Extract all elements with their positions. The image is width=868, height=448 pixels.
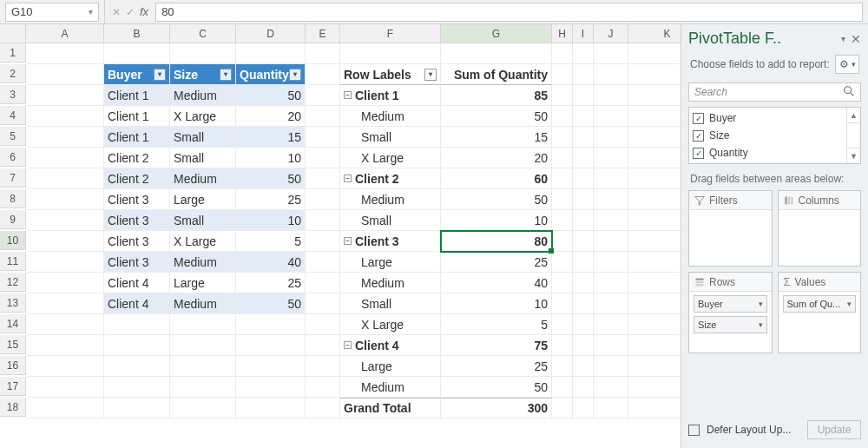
cell[interactable]: 85 xyxy=(441,85,552,106)
field-pill[interactable]: Size▾ xyxy=(694,316,767,333)
cell[interactable] xyxy=(552,127,573,148)
cell[interactable]: Quantity▾ xyxy=(236,64,306,85)
cell[interactable] xyxy=(552,85,573,106)
cell[interactable]: Medium xyxy=(340,106,441,127)
cell[interactable] xyxy=(594,314,628,335)
cell[interactable]: Medium xyxy=(340,189,441,210)
cell[interactable] xyxy=(573,398,594,418)
cell[interactable] xyxy=(628,85,681,106)
cell[interactable] xyxy=(628,293,681,314)
cell[interactable]: Client 4 xyxy=(104,273,170,293)
cell[interactable] xyxy=(26,43,104,64)
cell[interactable] xyxy=(594,106,628,127)
cell[interactable] xyxy=(552,189,573,210)
cell[interactable]: Medium xyxy=(340,377,441,398)
cell[interactable]: 5 xyxy=(236,231,306,252)
cell[interactable] xyxy=(573,210,594,231)
row-header[interactable]: 7 xyxy=(0,168,26,188)
formula-input[interactable]: 80 xyxy=(155,3,863,22)
cell[interactable] xyxy=(573,231,594,252)
cell[interactable] xyxy=(104,377,170,398)
column-header[interactable]: K xyxy=(628,24,681,43)
cell[interactable] xyxy=(628,231,681,252)
filter-dropdown-icon[interactable]: ▾ xyxy=(289,69,301,81)
cell[interactable]: Client 3 xyxy=(104,231,170,252)
cell[interactable] xyxy=(306,189,340,210)
fx-icon[interactable]: fx xyxy=(140,5,148,18)
defer-checkbox[interactable] xyxy=(688,425,700,436)
cell[interactable]: Small xyxy=(170,127,236,148)
cell[interactable] xyxy=(340,43,441,64)
cell[interactable] xyxy=(26,85,104,106)
cell[interactable] xyxy=(26,335,104,356)
cell[interactable] xyxy=(628,210,681,231)
cell[interactable] xyxy=(594,231,628,252)
cell[interactable] xyxy=(594,43,628,64)
cell[interactable] xyxy=(306,252,340,273)
collapse-icon[interactable]: − xyxy=(344,91,352,99)
cell[interactable] xyxy=(306,314,340,335)
cell[interactable]: Client 2 xyxy=(104,168,170,189)
cell[interactable]: 25 xyxy=(236,189,306,210)
cell[interactable]: 40 xyxy=(236,252,306,273)
cell[interactable] xyxy=(26,127,104,148)
cell[interactable] xyxy=(573,85,594,106)
cell[interactable] xyxy=(573,293,594,314)
cell[interactable] xyxy=(628,273,681,293)
scroll-up-icon[interactable]: ▲ xyxy=(847,108,860,123)
cell[interactable] xyxy=(594,168,628,189)
cell[interactable]: Large xyxy=(340,252,441,273)
cell[interactable] xyxy=(552,335,573,356)
cell[interactable]: X Large xyxy=(340,148,441,168)
cell[interactable] xyxy=(306,148,340,168)
cell[interactable]: −Client 4 xyxy=(340,335,441,356)
row-header[interactable]: 5 xyxy=(0,127,26,146)
cell[interactable]: Large xyxy=(340,356,441,377)
cell[interactable]: Small xyxy=(170,210,236,231)
cell[interactable] xyxy=(594,127,628,148)
field-pill[interactable]: Sum of Qu...▾ xyxy=(783,295,857,313)
cell[interactable]: 50 xyxy=(236,85,306,106)
cell[interactable] xyxy=(552,210,573,231)
cell[interactable]: 75 xyxy=(441,335,552,356)
cell[interactable] xyxy=(552,168,573,189)
row-header[interactable]: 2 xyxy=(0,64,26,83)
cell[interactable]: Large xyxy=(170,189,236,210)
cell[interactable] xyxy=(306,231,340,252)
cell[interactable] xyxy=(236,398,306,418)
cell[interactable] xyxy=(552,231,573,252)
field-pill[interactable]: Buyer▾ xyxy=(694,295,767,313)
cell[interactable] xyxy=(104,356,170,377)
cell[interactable] xyxy=(573,189,594,210)
column-header[interactable]: I xyxy=(573,24,594,43)
cell[interactable]: Size▾ xyxy=(170,64,236,85)
cell[interactable] xyxy=(306,64,340,85)
area-rows[interactable]: Rows Buyer▾Size▾ xyxy=(688,272,773,353)
cell[interactable]: 25 xyxy=(236,273,306,293)
cell[interactable] xyxy=(104,43,170,64)
cell[interactable] xyxy=(594,273,628,293)
row-header[interactable]: 18 xyxy=(0,398,26,417)
cell[interactable] xyxy=(306,127,340,148)
cell[interactable] xyxy=(236,377,306,398)
chevron-down-icon[interactable]: ▾ xyxy=(759,320,763,329)
cell[interactable]: 300 xyxy=(441,398,552,418)
cell[interactable] xyxy=(170,377,236,398)
row-header[interactable]: 10 xyxy=(0,231,26,250)
cell[interactable] xyxy=(594,85,628,106)
cell[interactable]: 40 xyxy=(441,273,552,293)
cell[interactable]: 10 xyxy=(236,210,306,231)
cell[interactable]: 20 xyxy=(441,148,552,168)
cell[interactable] xyxy=(573,335,594,356)
cell[interactable] xyxy=(573,127,594,148)
column-header[interactable]: H xyxy=(552,24,573,43)
cell[interactable]: 25 xyxy=(441,252,552,273)
cell[interactable] xyxy=(552,377,573,398)
cell[interactable] xyxy=(26,252,104,273)
filter-dropdown-icon[interactable]: ▾ xyxy=(424,69,437,81)
row-header[interactable]: 15 xyxy=(0,335,26,354)
cell[interactable]: Small xyxy=(340,127,441,148)
cell[interactable]: Small xyxy=(340,293,441,314)
cell[interactable] xyxy=(552,148,573,168)
cell[interactable] xyxy=(552,356,573,377)
